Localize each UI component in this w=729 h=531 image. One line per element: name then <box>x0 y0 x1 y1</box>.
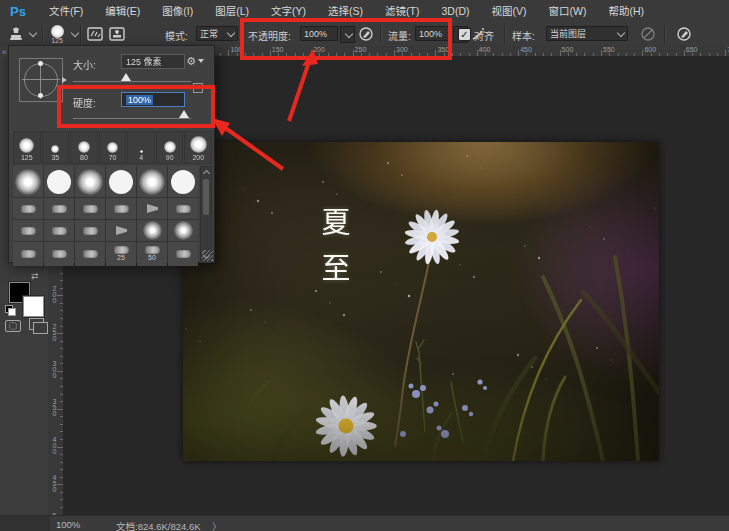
brush-size-label: 4 <box>139 154 143 162</box>
brush-tip-icon <box>19 138 34 153</box>
brush-size-readout: 125 <box>45 37 69 44</box>
ignore-adjustment-layers-icon[interactable] <box>640 26 656 42</box>
clone-source-panel-icon[interactable] <box>109 26 125 42</box>
brush-tip-icon <box>139 169 165 195</box>
flow-input[interactable]: 100% <box>415 26 451 41</box>
aligned-checkbox[interactable]: ✓ <box>458 28 471 41</box>
brush-preset[interactable] <box>106 220 136 241</box>
tool-preset-chevron-icon[interactable] <box>29 29 37 37</box>
opacity-dropdown-button[interactable] <box>340 26 355 43</box>
hardness-slider-thumb[interactable] <box>179 110 189 118</box>
menu-item[interactable]: 图层(L) <box>204 5 260 17</box>
separator <box>80 25 82 43</box>
brush-preset[interactable] <box>168 198 198 219</box>
sample-size-icon[interactable] <box>193 83 203 93</box>
menu-item[interactable]: 图像(I) <box>151 5 204 17</box>
menu-item[interactable]: 编辑(E) <box>94 5 151 17</box>
toggle-brush-panel-icon[interactable] <box>87 26 103 42</box>
brush-preset[interactable]: 50 <box>137 242 167 266</box>
brush-tip-icon <box>21 205 36 213</box>
default-colors-icon[interactable] <box>5 305 16 316</box>
clone-stamp-tool-icon[interactable] <box>8 26 24 42</box>
brush-preset[interactable] <box>44 220 74 241</box>
brush-preset[interactable] <box>106 198 136 219</box>
scrollbar-thumb[interactable] <box>203 179 209 215</box>
recent-brush[interactable]: 80 <box>70 131 98 164</box>
brush-preset[interactable] <box>106 166 136 197</box>
brush-tip-icon <box>164 141 176 153</box>
brush-preset[interactable] <box>44 198 74 219</box>
brush-picker-chevron-icon[interactable] <box>71 29 79 37</box>
status-expand-icon[interactable]: 〉 <box>212 519 222 531</box>
brush-preset[interactable] <box>168 166 198 197</box>
artwork-title-text: 夏至 <box>321 200 351 292</box>
mode-select[interactable]: 正常 <box>196 26 238 41</box>
options-bar: 125 模式: 正常 不透明度: 100% 流量: 100% ✓ 对 <box>0 22 729 47</box>
brush-preset[interactable] <box>44 166 74 197</box>
hardness-input[interactable]: 100% <box>121 92 185 107</box>
recent-brush[interactable]: 70 <box>99 131 127 164</box>
collapse-panel-icon[interactable]: « <box>2 47 7 57</box>
brush-tip-icon <box>114 205 129 213</box>
brush-preset[interactable] <box>137 198 167 219</box>
separator <box>504 25 506 43</box>
menu-item[interactable]: 帮助(H) <box>597 5 655 17</box>
brush-tip-icon <box>51 145 59 153</box>
menu-item[interactable]: 文件(F) <box>38 5 94 17</box>
brush-preset[interactable] <box>13 242 43 266</box>
brush-preset[interactable] <box>137 166 167 197</box>
aligned-label: 对齐 <box>474 28 494 43</box>
brush-tip-icon <box>107 142 118 153</box>
screen-mode-button[interactable] <box>29 318 44 330</box>
opacity-input[interactable]: 100% <box>300 26 338 41</box>
menu-item[interactable]: 滤镜(T) <box>374 5 430 17</box>
brush-preset[interactable] <box>44 242 74 266</box>
recent-brush[interactable]: 4 <box>127 131 155 164</box>
size-input[interactable]: 125 像素 <box>121 54 185 69</box>
brush-preset[interactable] <box>168 220 198 241</box>
brush-preset[interactable]: 25 <box>106 242 136 266</box>
menu-item[interactable]: 3D(D) <box>431 5 481 17</box>
document-canvas[interactable]: 夏至 <box>183 142 659 461</box>
brush-preset[interactable] <box>168 242 198 266</box>
scroll-up-icon <box>203 170 210 177</box>
brush-preset[interactable] <box>75 242 105 266</box>
brush-tip-icon <box>114 246 129 254</box>
brush-size-label: 35 <box>51 154 59 162</box>
brush-preset[interactable] <box>13 220 43 241</box>
brush-preset[interactable] <box>75 220 105 241</box>
photoshop-window: Ps 文件(F)编辑(E)图像(I)图层(L)文字(Y)选择(S)滤镜(T)3D… <box>0 0 729 531</box>
background-color-swatch[interactable] <box>23 296 44 317</box>
brush-angle-control[interactable] <box>19 58 63 102</box>
zoom-level-input[interactable]: 100% <box>56 519 80 530</box>
brush-preset[interactable] <box>13 166 43 197</box>
opacity-pressure-icon[interactable] <box>358 26 374 42</box>
size-pressure-icon[interactable] <box>676 26 692 42</box>
menu-item[interactable]: 视图(V) <box>481 5 538 17</box>
swap-colors-icon[interactable]: ⇄ <box>31 271 39 281</box>
brush-size-label: 125 <box>21 154 33 162</box>
brush-tip-icon <box>109 170 133 194</box>
hardness-slider[interactable] <box>73 118 191 119</box>
quick-mask-button[interactable] <box>5 320 21 332</box>
brush-preset[interactable] <box>75 198 105 219</box>
recent-brush[interactable]: 35 <box>42 131 70 164</box>
menu-item[interactable]: 文字(Y) <box>260 5 317 17</box>
recent-brush[interactable]: 200 <box>184 131 212 164</box>
brush-tip-icon <box>176 205 191 213</box>
size-slider[interactable] <box>73 81 191 82</box>
menu-item[interactable]: 选择(S) <box>317 5 374 17</box>
brush-preset[interactable] <box>75 166 105 197</box>
size-slider-thumb[interactable] <box>121 73 131 81</box>
gear-icon[interactable]: ⚙ <box>186 55 204 68</box>
menu-bar: Ps 文件(F)编辑(E)图像(I)图层(L)文字(Y)选择(S)滤镜(T)3D… <box>0 0 729 23</box>
resize-grip[interactable] <box>202 250 213 261</box>
recent-brush[interactable]: 90 <box>156 131 184 164</box>
menu-item[interactable]: 窗口(W) <box>538 5 598 17</box>
brush-grid-scrollbar[interactable] <box>200 166 212 263</box>
sample-label: 样本: <box>512 28 535 43</box>
brush-preset[interactable] <box>13 198 43 219</box>
sample-select[interactable]: 当前图层 <box>546 26 628 41</box>
recent-brush[interactable]: 125 <box>13 131 41 164</box>
brush-preset[interactable] <box>137 220 167 241</box>
